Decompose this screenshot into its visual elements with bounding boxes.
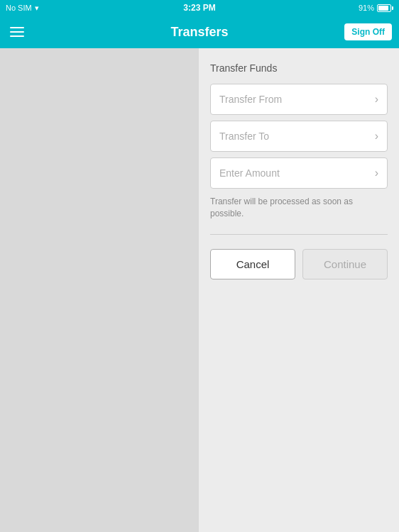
battery-percent-label: 91%	[359, 4, 374, 12]
carrier-label: No SIM	[6, 4, 32, 12]
right-panel: Transfer Funds Transfer From › Transfer …	[199, 48, 399, 532]
main-layout: Transfer Funds Transfer From › Transfer …	[0, 48, 399, 532]
button-row: Cancel Continue	[210, 249, 388, 279]
transfer-to-row[interactable]: Transfer To ›	[210, 121, 388, 152]
transfer-from-label: Transfer From	[219, 94, 375, 105]
hamburger-icon[interactable]	[7, 24, 27, 40]
transfer-to-label: Transfer To	[219, 131, 375, 142]
status-left: No SIM ▾	[6, 4, 39, 13]
chevron-right-icon: ›	[375, 93, 378, 106]
nav-bar: Transfers Sign Off	[0, 16, 399, 48]
section-title: Transfer Funds	[210, 62, 388, 74]
divider	[210, 234, 388, 235]
status-bar: No SIM ▾ 3:23 PM 91%	[0, 0, 399, 16]
info-text: Transfer will be processed as soon as po…	[210, 196, 388, 220]
status-right: 91%	[359, 4, 393, 12]
enter-amount-label: Enter Amount	[219, 167, 375, 179]
page-title: Transfers	[170, 25, 228, 40]
status-time: 3:23 PM	[183, 3, 215, 13]
left-panel	[0, 48, 199, 532]
chevron-right-icon: ›	[375, 167, 378, 179]
enter-amount-row[interactable]: Enter Amount ›	[210, 157, 388, 189]
sign-off-button[interactable]: Sign Off	[344, 23, 392, 40]
cancel-button[interactable]: Cancel	[210, 249, 295, 279]
wifi-icon: ▾	[35, 4, 39, 13]
continue-button: Continue	[302, 249, 388, 279]
chevron-right-icon: ›	[375, 130, 378, 143]
battery-icon	[377, 4, 393, 12]
transfer-from-row[interactable]: Transfer From ›	[210, 84, 388, 115]
